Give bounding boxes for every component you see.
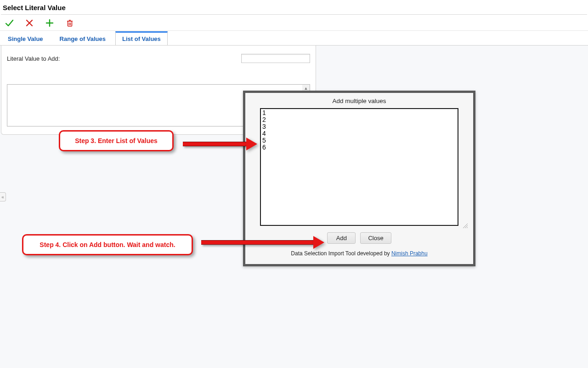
literal-value-row: Literal Value to Add: (7, 54, 310, 63)
add-icon[interactable] (45, 18, 54, 28)
collapse-handle[interactable]: « (0, 192, 6, 201)
credit-link[interactable]: Nimish Prabhu (391, 250, 428, 257)
close-button[interactable]: Close (360, 232, 391, 244)
tab-list-of-values[interactable]: List of Values (115, 31, 168, 46)
annotation-arrow-icon (201, 236, 325, 249)
annotation-arrow-icon (183, 138, 258, 150)
cancel-icon[interactable] (25, 18, 34, 28)
tabs: Single Value Range of Values List of Val… (0, 31, 588, 45)
svg-rect-4 (68, 21, 72, 26)
annotation-step-3: Step 3. Enter List of Values (59, 130, 174, 151)
credit-text: Data Selection Import Tool developed by (291, 250, 391, 257)
svg-line-11 (467, 227, 468, 228)
literal-value-label: Literal Value to Add: (7, 55, 60, 62)
delete-icon[interactable] (65, 18, 74, 28)
annotation-step-4: Step 4. Click on Add button. Wait and wa… (22, 234, 193, 255)
multiple-values-textarea[interactable] (260, 108, 458, 226)
page-title: Select Literal Value (0, 0, 588, 14)
toolbar (0, 15, 588, 30)
chevron-left-icon: « (1, 195, 4, 200)
add-button[interactable]: Add (327, 232, 356, 244)
literal-value-input[interactable] (241, 54, 310, 63)
resize-handle-icon[interactable] (462, 223, 469, 229)
tab-range-of-values[interactable]: Range of Values (53, 32, 113, 46)
confirm-icon[interactable] (5, 18, 14, 28)
dialog-credit: Data Selection Import Tool developed by … (245, 250, 473, 257)
tab-single-value[interactable]: Single Value (1, 32, 50, 46)
dialog-title: Add multiple values (245, 93, 473, 108)
